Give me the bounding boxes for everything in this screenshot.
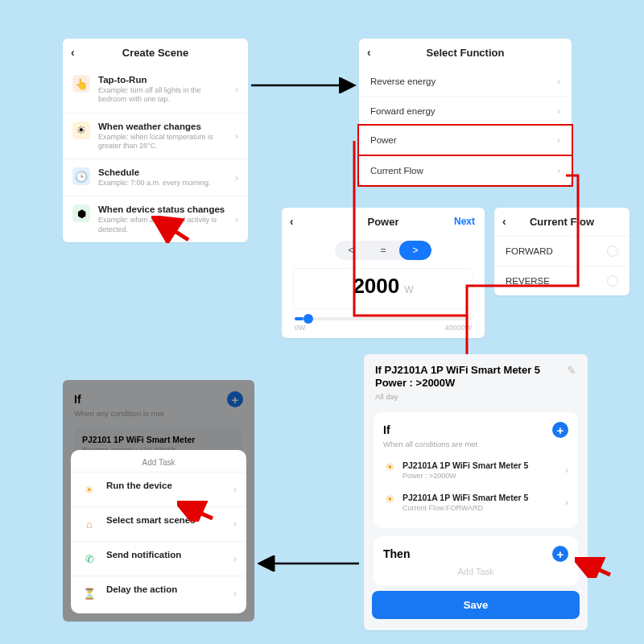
scene-icon: ☀: [72, 122, 90, 139]
add-task-item[interactable]: ⏳Delay the action›: [71, 576, 246, 610]
task-label: Delay the action: [106, 584, 229, 594]
chevron-right-icon: ›: [557, 105, 560, 117]
summary-sub: All day: [375, 392, 560, 402]
condition-device: PJ2101A 1P WiFi Smart Meter 5: [402, 493, 554, 502]
task-icon: ☀: [80, 481, 98, 498]
chevron-right-icon: ›: [557, 165, 560, 176]
save-button[interactable]: Save: [372, 591, 580, 619]
back-icon[interactable]: ‹: [367, 46, 371, 59]
summary-heading: If PJ2101A 1P WiFi Smart Meter 5 Power :…: [375, 364, 560, 390]
range-min: 0W: [295, 324, 306, 332]
chevron-right-icon: ›: [233, 518, 237, 530]
add-condition-button[interactable]: +: [552, 422, 568, 438]
op-gt[interactable]: >: [399, 241, 431, 260]
chevron-right-icon: ›: [565, 464, 568, 476]
op-eq[interactable]: =: [367, 241, 399, 260]
task-label: Send notification: [106, 550, 229, 559]
page-title: Current Flow: [530, 216, 594, 228]
operator-toggle[interactable]: < = >: [335, 241, 431, 260]
if-card-sub: When all conditions are met: [383, 440, 568, 449]
create-scene-item[interactable]: ⬢When device status changesExample: when…: [63, 196, 248, 242]
chevron-right-icon: ›: [233, 553, 237, 564]
power-value[interactable]: 2000: [353, 274, 399, 298]
summary-panel: If PJ2101A 1P WiFi Smart Meter 5 Power :…: [364, 354, 588, 630]
scene-icon: ⬢: [72, 204, 90, 222]
chevron-right-icon: ›: [235, 172, 238, 184]
function-item[interactable]: Forward energy›: [359, 96, 572, 126]
device-icon: ☀: [383, 460, 396, 473]
task-icon: ⌂: [80, 515, 98, 533]
function-label: Power: [370, 135, 397, 145]
flow-option-forward[interactable]: FORWARD: [494, 236, 630, 266]
item-title: When device status changes: [98, 204, 230, 214]
back-icon[interactable]: ‹: [290, 215, 294, 228]
power-slider[interactable]: [295, 317, 472, 320]
arrow-summary-to-addtask: [258, 555, 362, 572]
flow-option-reverse[interactable]: REVERSE: [494, 266, 630, 295]
item-subtitle: Example: when an unusual activity is det…: [98, 216, 230, 234]
task-label: Run the device: [106, 481, 229, 490]
chevron-right-icon: ›: [233, 588, 237, 599]
task-icon: ⏳: [80, 584, 98, 602]
power-panel: ‹ Power Next < = > 2000W 0W40000W: [282, 208, 485, 338]
power-unit: W: [404, 284, 413, 295]
add-task-item[interactable]: ⌂Select smart scenes›: [71, 506, 246, 541]
if-card-title: If: [383, 423, 390, 436]
condition-detail: Current Flow:FORWARD: [402, 504, 554, 512]
item-title: When weather changes: [98, 122, 230, 131]
task-label: Select smart scenes: [106, 515, 229, 525]
item-title: Schedule: [98, 167, 230, 177]
function-label: Current Flow: [370, 166, 423, 175]
chevron-right-icon: ›: [565, 497, 568, 508]
create-scene-item[interactable]: ☀When weather changesExample: when local…: [63, 113, 248, 159]
function-item[interactable]: Reverse energy›: [359, 67, 572, 96]
scene-icon: 👆: [72, 75, 90, 93]
next-button[interactable]: Next: [454, 216, 475, 227]
chevron-right-icon: ›: [233, 484, 237, 495]
item-subtitle: Example: turn off all lights in the bedr…: [98, 86, 230, 105]
add-task-item[interactable]: ☀Run the device›: [71, 472, 246, 506]
arrow-scene-to-function: [250, 77, 359, 93]
device-icon: ☀: [383, 493, 396, 506]
radio-icon: [607, 275, 618, 287]
condition-device: PJ2101A 1P WiFi Smart Meter 5: [402, 460, 554, 470]
add-task-item[interactable]: ✆Send notification›: [71, 541, 246, 576]
function-item[interactable]: Power›: [357, 124, 573, 156]
chevron-right-icon: ›: [235, 84, 238, 95]
create-scene-item[interactable]: 🕒ScheduleExample: 7:00 a.m. every mornin…: [63, 159, 248, 196]
condition-detail: Power : >2000W: [402, 472, 554, 480]
create-scene-item[interactable]: 👆Tap-to-RunExample: turn off all lights …: [63, 67, 248, 113]
page-title: Power: [367, 216, 398, 228]
add-task-placeholder: Add Task: [383, 562, 568, 576]
back-icon[interactable]: ‹: [502, 215, 506, 228]
radio-icon: [607, 246, 618, 257]
then-title: Then: [383, 547, 410, 560]
function-label: Reverse energy: [370, 76, 436, 86]
chevron-right-icon: ›: [557, 134, 560, 146]
item-subtitle: Example: when local temperature is great…: [98, 133, 230, 151]
range-max: 40000W: [444, 324, 472, 332]
function-item[interactable]: Current Flow›: [357, 155, 573, 187]
function-label: Forward energy: [370, 106, 436, 116]
back-icon[interactable]: ‹: [71, 46, 75, 59]
sheet-title: Add Task: [71, 450, 246, 472]
item-title: Tap-to-Run: [98, 75, 230, 85]
page-title: Select Function: [427, 47, 505, 59]
condition-row[interactable]: ☀PJ2101A 1P WiFi Smart Meter 5Power : >2…: [383, 454, 568, 486]
if-scene-panel: If + When any condition is met PJ2101 1P…: [63, 380, 254, 621]
chevron-right-icon: ›: [235, 130, 238, 142]
task-icon: ✆: [80, 550, 98, 568]
select-function-panel: ‹Select Function Reverse energy›Forward …: [359, 39, 572, 185]
chevron-right-icon: ›: [235, 214, 238, 225]
current-flow-panel: ‹Current Flow FORWARD REVERSE: [494, 208, 630, 295]
scene-icon: 🕒: [72, 167, 90, 185]
page-title: Create Scene: [122, 47, 188, 59]
edit-icon[interactable]: ✎: [567, 364, 576, 377]
item-subtitle: Example: 7:00 a.m. every morning.: [98, 179, 230, 188]
create-scene-panel: ‹Create Scene 👆Tap-to-RunExample: turn o…: [63, 39, 248, 242]
condition-row[interactable]: ☀PJ2101A 1P WiFi Smart Meter 5Current Fl…: [383, 486, 568, 518]
add-task-button[interactable]: +: [552, 546, 568, 562]
add-task-sheet: Add Task ☀Run the device›⌂Select smart s…: [71, 450, 246, 613]
chevron-right-icon: ›: [557, 76, 560, 87]
op-lt[interactable]: <: [335, 241, 367, 260]
